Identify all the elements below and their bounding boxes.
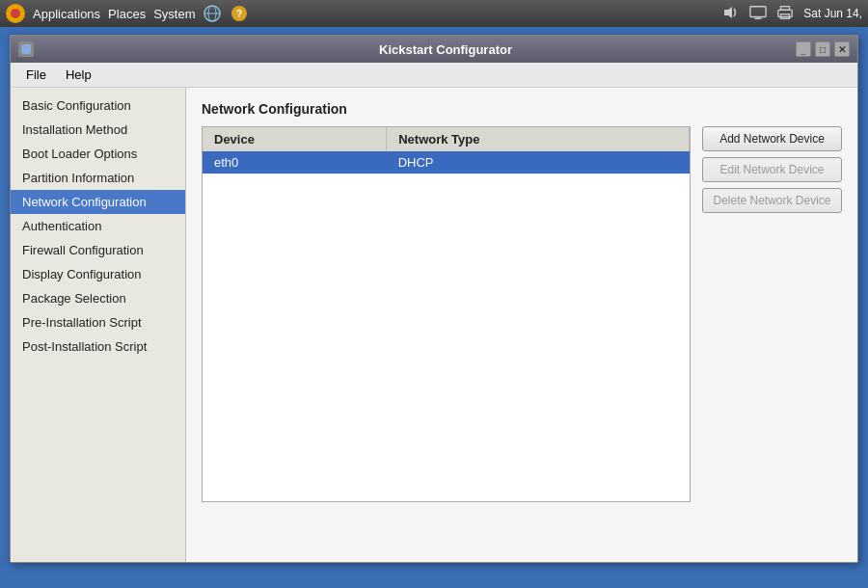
menu-help[interactable]: Help: [56, 66, 101, 84]
sidebar-item-boot-loader-options[interactable]: Boot Loader Options: [11, 142, 185, 166]
sidebar-item-basic-configuration[interactable]: Basic Configuration: [11, 94, 185, 118]
titlebar: Kickstart Configurator _ □ ✕: [11, 36, 857, 63]
sidebar-item-authentication[interactable]: Authentication: [11, 214, 185, 238]
menu-file[interactable]: File: [16, 66, 56, 84]
svg-marker-6: [724, 7, 732, 18]
taskbar: Applications Places System ? Sat Jun 14,: [0, 0, 868, 27]
taskbar-places[interactable]: Places: [108, 7, 146, 21]
gnome-icon: [6, 4, 25, 23]
menubar: File Help: [11, 63, 857, 88]
maximize-button[interactable]: □: [815, 41, 830, 57]
col-device: Device: [203, 127, 387, 151]
edit-network-device-button[interactable]: Edit Network Device: [702, 157, 842, 182]
network-table-container: Device Network Type eth0 DHCP: [202, 126, 691, 502]
main-panel: Network Configuration Device Network Typ…: [186, 88, 857, 562]
svg-text:?: ?: [236, 9, 242, 19]
printer-icon: [776, 5, 794, 23]
sidebar-item-partition-information[interactable]: Partition Information: [11, 166, 185, 190]
taskbar-applications[interactable]: Applications: [33, 7, 100, 21]
svg-point-0: [11, 9, 20, 18]
globe-icon: [203, 6, 222, 21]
sidebar-item-network-configuration[interactable]: Network Configuration: [11, 190, 185, 214]
col-network-type: Network Type: [387, 127, 690, 151]
minimize-button[interactable]: _: [796, 41, 811, 57]
table-row[interactable]: eth0 DHCP: [203, 151, 690, 174]
taskbar-right: Sat Jun 14,: [722, 5, 862, 23]
add-network-device-button[interactable]: Add Network Device: [702, 126, 842, 151]
taskbar-left: Applications Places System ?: [6, 4, 249, 23]
datetime: Sat Jun 14,: [803, 7, 862, 20]
cell-device: eth0: [203, 151, 387, 174]
section-title: Network Configuration: [202, 101, 842, 117]
svg-rect-7: [750, 6, 766, 16]
network-content: Device Network Type eth0 DHCP: [202, 126, 842, 502]
network-table: Device Network Type eth0 DHCP: [203, 127, 690, 174]
app-window: Kickstart Configurator _ □ ✕ File Help B…: [10, 35, 858, 563]
sidebar-item-installation-method[interactable]: Installation Method: [11, 118, 185, 142]
sidebar-item-package-selection[interactable]: Package Selection: [11, 286, 185, 310]
display-icon: [749, 5, 767, 23]
help-icon: ?: [230, 6, 249, 21]
svg-rect-11: [781, 6, 790, 10]
svg-rect-13: [21, 44, 31, 54]
speaker-icon: [722, 6, 740, 22]
app-icon: [18, 41, 34, 57]
cell-network-type: DHCP: [387, 151, 690, 174]
buttons-panel: Add Network Device Edit Network Device D…: [702, 126, 842, 502]
sidebar-item-display-configuration[interactable]: Display Configuration: [11, 262, 185, 286]
taskbar-system[interactable]: System: [153, 7, 195, 21]
delete-network-device-button[interactable]: Delete Network Device: [702, 188, 842, 213]
sidebar: Basic Configuration Installation Method …: [11, 88, 186, 562]
window-controls: _ □ ✕: [796, 41, 850, 57]
sidebar-item-post-installation-script[interactable]: Post-Installation Script: [11, 334, 185, 359]
close-button[interactable]: ✕: [834, 41, 850, 57]
sidebar-item-pre-installation-script[interactable]: Pre-Installation Script: [11, 310, 185, 334]
content-area: Basic Configuration Installation Method …: [11, 88, 857, 562]
sidebar-item-firewall-configuration[interactable]: Firewall Configuration: [11, 238, 185, 262]
window-title: Kickstart Configurator: [41, 42, 850, 57]
